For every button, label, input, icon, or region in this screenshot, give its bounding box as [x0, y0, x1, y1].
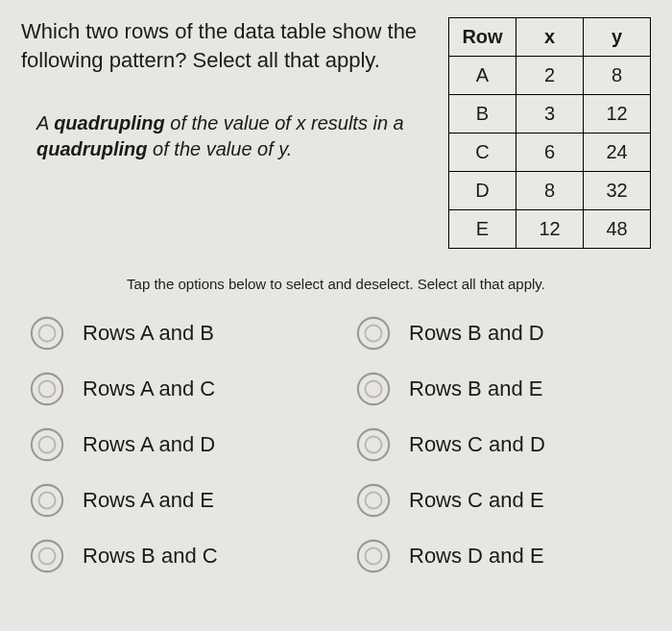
table-row: A28 [449, 57, 651, 95]
option-9[interactable]: Rows D and E [355, 538, 643, 574]
svg-point-3 [365, 325, 381, 341]
question-text: Which two rows of the data table show th… [21, 17, 421, 74]
svg-point-1 [38, 325, 55, 341]
table-header-y: y [584, 18, 651, 57]
table-body: A28B312C624D832E1248 [449, 57, 651, 249]
radio-icon [29, 315, 65, 352]
table-cell: E [449, 210, 516, 249]
table-cell: 32 [584, 172, 651, 210]
svg-point-8 [32, 429, 62, 460]
table-cell: D [449, 172, 516, 210]
radio-icon [29, 371, 65, 407]
table-cell: 2 [516, 57, 584, 95]
table-cell: 12 [584, 95, 651, 133]
left-column: Which two rows of the data table show th… [21, 17, 421, 162]
option-label: Rows B and E [409, 376, 542, 401]
pattern-text: A quadrupling of the value of x results … [21, 110, 421, 162]
option-label: Rows C and D [409, 432, 545, 457]
option-label: Rows B and C [83, 544, 218, 569]
radio-icon [29, 538, 65, 574]
svg-point-9 [38, 436, 55, 452]
top-section: Which two rows of the data table show th… [21, 17, 651, 249]
table-cell: 8 [584, 57, 651, 95]
svg-point-7 [365, 380, 381, 397]
option-label: Rows C and E [409, 488, 544, 513]
option-label: Rows A and E [83, 488, 214, 513]
options-grid: Rows A and B Rows B and D Rows A and C R… [21, 315, 651, 574]
option-label: Rows A and B [83, 321, 214, 346]
svg-point-17 [38, 547, 55, 564]
svg-point-16 [32, 541, 62, 571]
table-header-row: Row [449, 18, 516, 57]
svg-point-13 [38, 492, 55, 508]
radio-icon [355, 538, 392, 574]
option-7[interactable]: Rows C and D [355, 426, 643, 463]
instruction-text: Tap the options below to select and dese… [21, 276, 651, 292]
svg-point-11 [365, 436, 381, 452]
data-table: Row x y A28B312C624D832E1248 [448, 17, 651, 249]
table-cell: 24 [584, 133, 651, 172]
radio-icon [355, 371, 392, 407]
svg-point-18 [358, 541, 389, 571]
radio-icon [355, 482, 392, 519]
table-row: B312 [449, 95, 651, 133]
option-4[interactable]: Rows B and C [29, 538, 317, 574]
svg-point-15 [365, 492, 381, 508]
radio-icon [355, 315, 392, 352]
option-3[interactable]: Rows A and E [29, 482, 317, 519]
option-label: Rows A and C [83, 376, 215, 401]
table-row: E1248 [449, 210, 651, 249]
table-cell: 6 [516, 133, 584, 172]
radio-icon [355, 426, 392, 463]
option-5[interactable]: Rows B and D [355, 315, 643, 352]
table-header-x: x [516, 18, 584, 57]
svg-point-12 [32, 485, 62, 516]
option-label: Rows D and E [409, 544, 544, 569]
svg-point-0 [32, 318, 62, 349]
svg-point-2 [358, 318, 389, 349]
option-8[interactable]: Rows C and E [355, 482, 643, 519]
option-1[interactable]: Rows A and C [29, 371, 317, 407]
svg-point-14 [358, 485, 389, 516]
radio-icon [29, 426, 65, 463]
option-6[interactable]: Rows B and E [355, 371, 643, 407]
table-cell: 48 [584, 210, 651, 249]
svg-point-10 [358, 429, 389, 460]
svg-point-6 [358, 374, 389, 404]
option-0[interactable]: Rows A and B [29, 315, 317, 352]
option-label: Rows B and D [409, 321, 544, 346]
option-2[interactable]: Rows A and D [29, 426, 317, 463]
table-cell: C [449, 133, 516, 172]
table-cell: 8 [516, 172, 584, 210]
table-cell: A [449, 57, 516, 95]
option-label: Rows A and D [83, 432, 215, 457]
radio-icon [29, 482, 65, 519]
table-row: C624 [449, 133, 651, 172]
table-cell: 3 [516, 95, 584, 133]
svg-point-4 [32, 374, 62, 404]
table-row: D832 [449, 172, 651, 210]
svg-point-19 [365, 547, 381, 564]
table-cell: B [449, 95, 516, 133]
table-cell: 12 [516, 210, 584, 249]
svg-point-5 [38, 380, 55, 397]
